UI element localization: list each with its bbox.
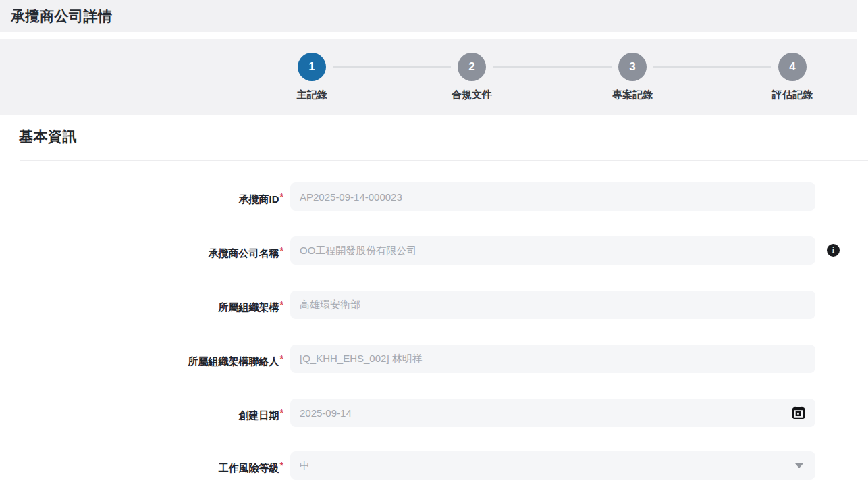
field-label: 創建日期*: [0, 399, 283, 427]
contractor-id-input[interactable]: AP2025-09-14-000023: [290, 182, 815, 211]
creation-date-input[interactable]: 2025-09-14: [290, 399, 815, 427]
required-asterisk: *: [280, 191, 283, 202]
contractor-company-name-input[interactable]: OO工程開發股份有限公司: [290, 236, 815, 265]
form-row: 工作風險等級* 中: [0, 451, 857, 480]
work-risk-level-select[interactable]: 中: [290, 451, 815, 480]
field-value: 2025-09-14: [300, 407, 352, 419]
field-value: AP2025-09-14-000023: [300, 191, 402, 203]
required-asterisk: *: [280, 407, 283, 418]
field-label: 所屬組織架構聯絡人*: [0, 345, 283, 373]
required-asterisk: *: [280, 299, 283, 310]
form-row: 承攬商公司名稱* OO工程開發股份有限公司 i: [0, 236, 857, 265]
field-label: 所屬組織架構*: [0, 291, 283, 319]
field-label: 承攬商ID*: [0, 182, 283, 211]
required-asterisk: *: [280, 245, 283, 256]
field-value: 高雄環安衛部: [300, 299, 360, 311]
form-row: 創建日期* 2025-09-14: [0, 399, 857, 427]
field-value: [Q_KHH_EHS_002] 林明祥: [300, 353, 423, 366]
chevron-down-icon: [795, 463, 803, 468]
calendar-icon[interactable]: [791, 405, 806, 420]
field-value: 中: [300, 459, 310, 472]
form-row: 承攬商ID* AP2025-09-14-000023: [0, 182, 857, 211]
organization-contact-input[interactable]: [Q_KHH_EHS_002] 林明祥: [290, 345, 815, 373]
field-label: 承攬商公司名稱*: [0, 236, 283, 265]
organization-input[interactable]: 高雄環安衛部: [290, 291, 815, 319]
form-row: 所屬組織架構* 高雄環安衛部: [0, 291, 857, 319]
required-asterisk: *: [280, 460, 283, 471]
basic-info-form: 承攬商ID* AP2025-09-14-000023 承攬商公司名稱* OO工程…: [0, 0, 868, 504]
field-value: OO工程開發股份有限公司: [300, 245, 416, 257]
form-row: 所屬組織架構聯絡人* [Q_KHH_EHS_002] 林明祥: [0, 345, 857, 373]
field-label: 工作風險等級*: [0, 451, 283, 480]
required-asterisk: *: [280, 353, 283, 364]
info-icon[interactable]: i: [827, 244, 840, 257]
